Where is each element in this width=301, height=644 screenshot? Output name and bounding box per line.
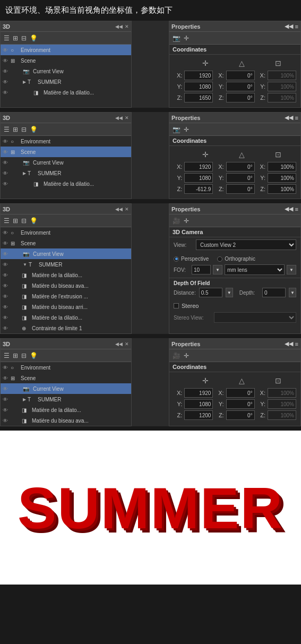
pos-x-input-4[interactable] (184, 388, 213, 398)
view-select-3[interactable]: Custom View 2 (196, 239, 296, 250)
toolbar-grid-icon-3[interactable]: ⊟ (21, 217, 27, 225)
props-collapse-icon-4[interactable]: ◀◀ (285, 340, 293, 347)
orthographic-radio-3[interactable]: Orthographic (217, 256, 255, 262)
pos-x-input-1[interactable] (184, 71, 213, 80)
close-icon-3[interactable]: ✕ (125, 207, 129, 212)
layer-mat4-3[interactable]: 👁 ◨ Matière du biseau arri... (1, 302, 131, 312)
fov-dropdown-3[interactable]: ▼ (213, 265, 222, 274)
scale-x-input-2[interactable] (268, 162, 296, 171)
props-menu-icon-4[interactable]: ≡ (295, 341, 298, 347)
close-icon-1[interactable]: ✕ (125, 24, 129, 29)
collapse-icon-2[interactable]: ◀◀ (115, 115, 123, 121)
pos-z-input-2[interactable] (184, 184, 213, 194)
layer-mat-1[interactable]: 👁 ◨ Matière de la dilatio... (1, 87, 131, 98)
layer-summer-2[interactable]: 👁 ▶ T SUMMER (1, 168, 131, 178)
layer-mat1-3[interactable]: 👁 ◨ Matière de la dilatio... (1, 270, 131, 280)
eye-icon-mat-2[interactable]: 👁 (3, 181, 9, 187)
props-collapse-icon-1[interactable]: ◀◀ (285, 23, 293, 30)
fov-input-3[interactable] (192, 265, 211, 274)
props-menu-icon-2[interactable]: ≡ (295, 115, 298, 121)
stereo-checkbox-3[interactable] (174, 303, 179, 308)
rot-z-input-4[interactable] (226, 410, 255, 420)
layer-currentview-1[interactable]: 👁 📷 Current View (1, 66, 131, 76)
props-camera-icon-2[interactable]: 📷 (173, 126, 180, 133)
eye-icon-cv-2[interactable]: 👁 (3, 160, 9, 166)
mm-dropdown-3[interactable]: ▼ (287, 265, 296, 274)
eye-4-cv[interactable]: 👁 (3, 386, 9, 392)
eye-3-env[interactable]: 👁 (3, 230, 9, 236)
pos-z-input-4[interactable] (184, 410, 213, 420)
eye-4-env[interactable]: 👁 (3, 365, 9, 371)
close-icon-4[interactable]: ✕ (125, 341, 129, 347)
eye-3-m4[interactable]: 👁 (3, 304, 9, 310)
layer-cv-4[interactable]: 👁 📷 Current View (1, 383, 131, 394)
layer-environment-2[interactable]: 👁 ○ Environment (1, 136, 131, 147)
layer-mat2-3[interactable]: 👁 ◨ Matière du biseau ava... (1, 280, 131, 291)
layer-summer-4[interactable]: 👁 ▶ T SUMMER (1, 394, 131, 405)
collapse-icon-3[interactable]: ◀◀ (115, 207, 123, 212)
mm-select-3[interactable]: mm lens (225, 264, 285, 275)
toolbar-layer-icon-4[interactable]: ⊞ (13, 352, 18, 359)
toolbar-layer-icon-3[interactable]: ⊞ (13, 217, 18, 225)
props-camera-icon-3[interactable]: 🎥 (173, 217, 180, 225)
eye-3-scene[interactable]: 👁 (3, 241, 9, 246)
depth-dropdown-3[interactable]: ▼ (289, 288, 296, 297)
eye-4-summer[interactable]: 👁 (3, 397, 9, 402)
layer-scene-3[interactable]: 👁 ⊞ Scene (1, 238, 131, 248)
toolbar-layer-icon-2[interactable]: ⊞ (13, 126, 18, 133)
toolbar-grid-icon-1[interactable]: ⊟ (21, 35, 27, 42)
layer-mat2-4[interactable]: 👁 ◨ Matière du biseau ava... (1, 415, 131, 426)
collapse-icon-4[interactable]: ◀◀ (115, 341, 123, 347)
layer-summer-1[interactable]: 👁 ▶ T SUMMER (1, 76, 131, 87)
tri-4[interactable]: ▶ (23, 397, 26, 402)
rot-x-input-2[interactable] (226, 162, 255, 171)
layer-mat1-4[interactable]: 👁 ◨ Matière de la dilato... (1, 405, 131, 415)
eye-4-scene[interactable]: 👁 (3, 375, 9, 381)
props-camera-icon-1[interactable]: 📷 (173, 35, 180, 42)
scale-z-input-2[interactable] (268, 184, 296, 194)
props-collapse-icon-3[interactable]: ◀◀ (285, 205, 293, 212)
scale-x-input-4[interactable] (268, 388, 296, 398)
eye-4-m1[interactable]: 👁 (3, 407, 9, 413)
eye-icon-env-2[interactable]: 👁 (3, 139, 9, 144)
props-move-icon-3[interactable]: ✛ (184, 217, 189, 225)
toolbar-light-icon-1[interactable]: 💡 (30, 35, 38, 42)
perspective-radio-3[interactable]: Perspective (174, 256, 209, 262)
scale-z-input-4[interactable] (268, 410, 296, 420)
toolbar-light-icon-2[interactable]: 💡 (30, 126, 38, 133)
props-move-icon-1[interactable]: ✛ (184, 35, 189, 42)
eye-3-m3[interactable]: 👁 (3, 294, 9, 299)
props-collapse-icon-2[interactable]: ◀◀ (285, 114, 293, 121)
rot-y-input-1[interactable] (226, 82, 255, 91)
eye-icon-1[interactable]: 👁 (3, 47, 9, 53)
eye-icon-summer-1[interactable]: 👁 (3, 79, 9, 85)
layer-environment-1[interactable]: 👁 ○ Environment (1, 45, 131, 55)
eye-icon-scene-2[interactable]: 👁 (3, 149, 9, 155)
layer-constraint-3[interactable]: 👁 ⊕ Contrainte de limite 1 (1, 323, 131, 333)
scale-y-input-1[interactable] (268, 82, 296, 91)
rot-x-input-1[interactable] (226, 71, 255, 80)
layer-mat5-3[interactable]: 👁 ◨ Matière de la dilatio... (1, 312, 131, 323)
toolbar-grid-icon-4[interactable]: ⊟ (21, 352, 27, 359)
pos-y-input-1[interactable] (184, 82, 213, 91)
scale-z-input-1[interactable] (268, 93, 296, 102)
collapse-icon-1[interactable]: ◀◀ (115, 24, 123, 29)
toolbar-list-icon-2[interactable]: ☰ (4, 126, 10, 133)
depth-input-3[interactable] (262, 288, 286, 297)
eye-icon-scene-1[interactable]: 👁 (3, 58, 9, 64)
eye-icon-mat-1[interactable]: 👁 (3, 90, 9, 96)
layer-env-4[interactable]: 👁 ○ Environment (1, 362, 131, 373)
rot-z-input-2[interactable] (226, 184, 255, 194)
toolbar-light-icon-4[interactable]: 💡 (30, 352, 38, 359)
eye-3-m5[interactable]: 👁 (3, 315, 9, 321)
eye-icon-cv-1[interactable]: 👁 (3, 68, 9, 74)
layer-cv-3[interactable]: 👁 📷 Current View (1, 248, 131, 259)
distance-dropdown-3[interactable]: ▼ (226, 288, 233, 297)
eye-4-m2[interactable]: 👁 (3, 418, 9, 424)
close-icon-2[interactable]: ✕ (125, 115, 129, 121)
pos-y-input-4[interactable] (184, 399, 213, 409)
layer-mat3-3[interactable]: 👁 ◨ Matière de l'extrusion ... (1, 291, 131, 302)
layer-cv-2[interactable]: 👁 📷 Current View (1, 157, 131, 168)
toolbar-grid-icon-2[interactable]: ⊟ (21, 126, 27, 133)
toolbar-light-icon-3[interactable]: 💡 (30, 217, 38, 225)
